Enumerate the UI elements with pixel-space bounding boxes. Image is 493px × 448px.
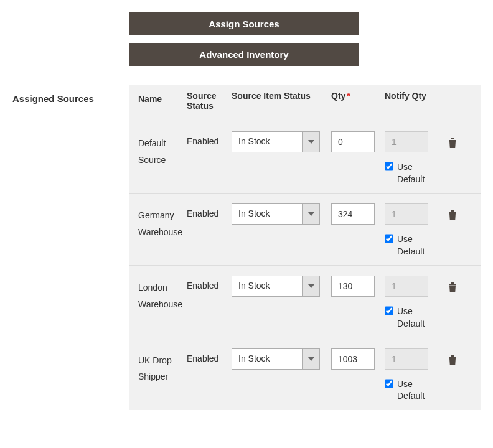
source-item-status-value: In Stock: [232, 204, 302, 224]
source-status: Enabled: [187, 203, 232, 218]
table-row: UK Drop Shipper Enabled In Stock Use Def…: [129, 338, 481, 410]
use-default-label: Use Default: [397, 161, 439, 185]
delete-row-button[interactable]: [445, 207, 460, 225]
source-item-status-value: In Stock: [232, 276, 302, 296]
table-row: London Warehouse Enabled In Stock Use De…: [129, 265, 481, 337]
use-default-checkbox[interactable]: [385, 306, 393, 315]
source-status: Enabled: [187, 131, 232, 146]
qty-input[interactable]: [331, 131, 375, 152]
source-item-status-select[interactable]: In Stock: [232, 276, 320, 297]
source-name: Germany Warehouse: [129, 203, 187, 240]
notify-qty-input: [385, 131, 428, 152]
section-label: Assigned Sources: [12, 85, 129, 104]
table-row: Default Source Enabled In Stock Use Defa…: [129, 121, 481, 193]
source-status: Enabled: [187, 348, 232, 363]
header-qty: Qty*: [331, 91, 385, 111]
chevron-down-icon[interactable]: [302, 132, 319, 152]
assign-sources-button[interactable]: Assign Sources: [129, 12, 359, 35]
trash-icon: [448, 358, 458, 368]
source-item-status-select[interactable]: In Stock: [232, 348, 320, 370]
grid-header: Name Source Status Source Item Status Qt…: [129, 85, 481, 121]
qty-input[interactable]: [331, 276, 375, 297]
source-item-status-value: In Stock: [232, 349, 302, 369]
use-default-checkbox[interactable]: [385, 234, 393, 243]
use-default-checkbox[interactable]: [385, 162, 393, 171]
source-status: Enabled: [187, 276, 232, 291]
source-item-status-select[interactable]: In Stock: [232, 131, 320, 152]
source-name: UK Drop Shipper: [129, 348, 187, 385]
delete-row-button[interactable]: [445, 135, 460, 153]
notify-qty-input: [385, 276, 428, 297]
source-name: London Warehouse: [129, 276, 187, 312]
header-source-item-status: Source Item Status: [232, 91, 331, 111]
use-default-checkbox[interactable]: [385, 379, 393, 388]
trash-icon: [448, 213, 458, 223]
chevron-down-icon[interactable]: [302, 204, 319, 224]
assigned-sources-grid: Name Source Status Source Item Status Qt…: [129, 85, 481, 410]
use-default-label: Use Default: [397, 378, 439, 403]
use-default-label: Use Default: [397, 306, 439, 330]
header-name: Name: [129, 91, 187, 111]
advanced-inventory-button[interactable]: Advanced Inventory: [129, 43, 359, 66]
header-notify-qty: Notify Qty: [385, 91, 443, 111]
source-item-status-value: In Stock: [232, 132, 302, 152]
required-star-icon: *: [347, 91, 350, 101]
chevron-down-icon[interactable]: [302, 349, 319, 369]
source-name: Default Source: [129, 131, 187, 168]
trash-icon: [448, 141, 458, 151]
qty-input[interactable]: [331, 203, 375, 225]
qty-input[interactable]: [331, 348, 375, 370]
header-source-status: Source Status: [187, 91, 232, 111]
delete-row-button[interactable]: [445, 352, 460, 370]
notify-qty-input: [385, 203, 428, 225]
header-qty-text: Qty: [331, 91, 345, 101]
chevron-down-icon[interactable]: [302, 276, 319, 296]
delete-row-button[interactable]: [445, 279, 460, 297]
notify-qty-input: [385, 348, 428, 370]
table-row: Germany Warehouse Enabled In Stock Use D…: [129, 193, 481, 265]
source-item-status-select[interactable]: In Stock: [232, 203, 320, 225]
trash-icon: [448, 286, 458, 295]
use-default-label: Use Default: [397, 233, 439, 258]
